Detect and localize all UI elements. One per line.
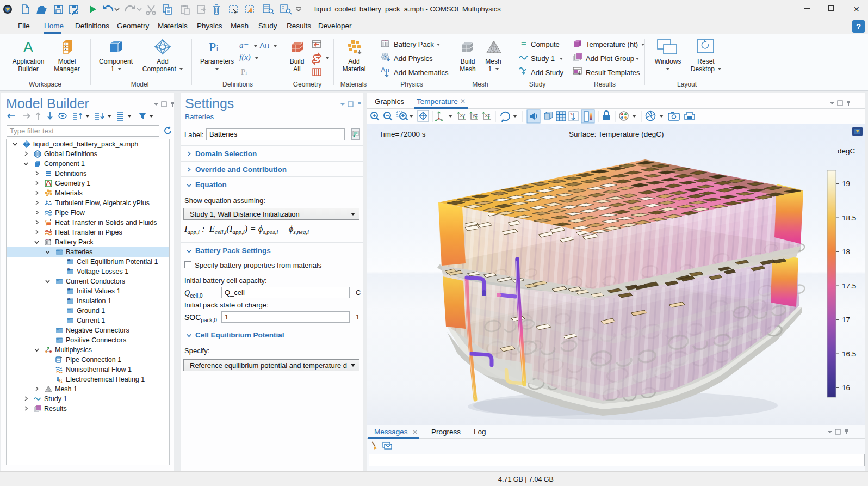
svg-text:xy: xy	[460, 113, 466, 118]
svg-text:D: D	[67, 268, 70, 271]
svg-text:19: 19	[842, 180, 850, 188]
svg-text:D: D	[67, 287, 70, 291]
svg-text:A: A	[23, 40, 33, 54]
svg-text:yz: yz	[473, 113, 478, 118]
svg-text:Surface: Temperature (degC): Surface: Temperature (degC)	[569, 130, 664, 138]
svg-text:D: D	[67, 297, 70, 300]
svg-text:18: 18	[842, 248, 850, 256]
svg-text:18.5: 18.5	[842, 214, 856, 222]
svg-text:D: D	[67, 258, 70, 261]
svg-text:Time=72000 s: Time=72000 s	[379, 130, 426, 138]
svg-text:16.5: 16.5	[842, 350, 856, 358]
svg-text:17: 17	[842, 316, 850, 324]
svg-text:16: 16	[842, 384, 850, 392]
svg-text:17.5: 17.5	[842, 282, 856, 290]
svg-text:degC: degC	[838, 147, 855, 155]
svg-text:xz: xz	[485, 113, 491, 118]
